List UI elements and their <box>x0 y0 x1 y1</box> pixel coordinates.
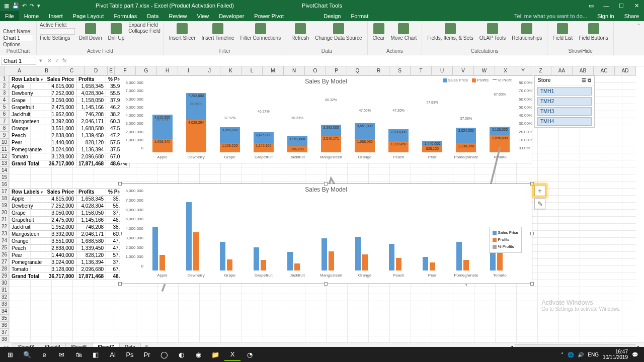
col-header-J[interactable]: J <box>199 66 220 75</box>
row-header-6[interactable]: 6 <box>0 111 9 118</box>
notifications-icon[interactable]: 💬 <box>632 352 638 357</box>
row-header-17[interactable]: 17 <box>0 188 9 195</box>
tray-up-icon[interactable]: ˄ <box>561 352 564 357</box>
table-row[interactable]: Grape3,050,0001,158,05037.97% <box>10 210 132 217</box>
col-header-AC[interactable]: AC <box>594 66 615 75</box>
table-row[interactable]: Mangosteen3,392,0002,046,17160.32% <box>10 118 130 125</box>
tab-format[interactable]: Format <box>346 11 373 21</box>
row-header-24[interactable]: 24 <box>0 237 9 244</box>
slicer-item-TMH2[interactable]: TMH2 <box>537 97 592 106</box>
tab-review[interactable]: Review <box>164 11 192 21</box>
pivot-header[interactable]: Row Labels <box>10 76 45 83</box>
tab-formulas[interactable]: Formulas <box>109 11 142 21</box>
chrome-icon[interactable]: ◉ <box>190 348 206 361</box>
row-header-32[interactable]: 32 <box>0 294 9 301</box>
chart-styles-button[interactable]: ✎ <box>534 198 545 209</box>
row-header-33[interactable]: 33 <box>0 301 9 308</box>
active-field-input[interactable] <box>40 28 75 35</box>
row-header-34[interactable]: 34 <box>0 308 9 315</box>
tab-developer[interactable]: Developer <box>214 11 249 21</box>
app-icon-2[interactable]: Ai <box>105 348 121 361</box>
pivot-header[interactable]: Sales Price <box>45 76 76 83</box>
olap-tools-button[interactable]: OLAP Tools <box>477 22 508 42</box>
row-header-3[interactable]: 3 <box>0 89 9 97</box>
app-icon-5[interactable]: ◯ <box>156 348 172 361</box>
col-header-E[interactable]: E <box>108 66 115 75</box>
table-row[interactable]: Grapefruit2,475,0001,145,16646.27% <box>10 104 130 111</box>
row-header-37[interactable]: 37 <box>0 329 9 336</box>
col-header-G[interactable]: G <box>136 66 157 75</box>
collapse-field[interactable]: Collapse Field <box>128 28 160 34</box>
slicer-item-TMH1[interactable]: TMH1 <box>537 87 592 96</box>
redo-icon[interactable]: ↷ <box>30 3 34 9</box>
close-icon[interactable]: ✕ <box>629 3 644 9</box>
col-header-F[interactable]: F <box>115 66 136 75</box>
edge-icon[interactable]: e <box>36 348 52 361</box>
enter-formula-icon[interactable]: ✓ <box>55 57 59 64</box>
slicer-multiselect-icon[interactable]: ☰ <box>582 77 586 83</box>
row-header-38[interactable]: 38 <box>0 336 9 342</box>
row-header-7[interactable]: 7 <box>0 118 9 125</box>
col-header-N[interactable]: N <box>284 66 305 75</box>
share[interactable]: Share <box>619 11 644 21</box>
row-header-11[interactable]: 11 <box>0 146 9 153</box>
col-header-AA[interactable]: AA <box>551 66 573 75</box>
table-row[interactable]: Apple4,615,0001,658,34535.93% <box>10 83 130 90</box>
row-header-4[interactable]: 4 <box>0 97 9 104</box>
grand-total-row[interactable]: Grand Total36,717,00017,871,46848.67% <box>10 273 132 280</box>
row-header-36[interactable]: 36 <box>0 322 9 329</box>
tray-network-icon[interactable]: 🌐 <box>568 352 574 357</box>
chart-name-input[interactable] <box>3 35 33 41</box>
row-header-13[interactable]: 13 <box>0 160 9 167</box>
col-header-B[interactable]: B <box>34 66 59 75</box>
chart-2[interactable]: Sales By Model 01,000,0002,000,0003,000,… <box>120 184 532 284</box>
clear-button[interactable]: Clear <box>371 22 387 42</box>
minimize-icon[interactable]: — <box>599 3 614 9</box>
col-header-Z[interactable]: Z <box>530 66 551 75</box>
insert-timeline-button[interactable]: Insert Timeline <box>200 22 236 42</box>
start-button[interactable]: ⊞ <box>2 348 18 361</box>
save-icon[interactable]: 💾 <box>12 3 19 9</box>
col-header-D[interactable]: D <box>85 66 108 75</box>
row-header-35[interactable]: 35 <box>0 315 9 322</box>
row-header-8[interactable]: 8 <box>0 125 9 132</box>
col-header-U[interactable]: U <box>432 66 453 75</box>
col-header-C[interactable]: C <box>59 66 85 75</box>
row-header-9[interactable]: 9 <box>0 132 9 139</box>
col-header-H[interactable]: H <box>157 66 178 75</box>
app-icon-6[interactable]: ◐ <box>173 348 189 361</box>
ribbon-options-icon[interactable]: ▭ <box>584 3 599 9</box>
table-row[interactable]: Orange3,551,0001,688,58047.55% <box>10 125 130 132</box>
table-row[interactable]: Jackfruit1,952,000746,20838.23% <box>10 111 130 118</box>
row-header-27[interactable]: 27 <box>0 258 9 265</box>
col-header-S[interactable]: S <box>389 66 411 75</box>
col-header-W[interactable]: W <box>474 66 495 75</box>
col-header-Q[interactable]: Q <box>347 66 368 75</box>
slicer-item-TMH3[interactable]: TMH3 <box>537 107 592 116</box>
fields-items-sets-button[interactable]: Fields, Items, & Sets <box>425 22 475 42</box>
col-header-R[interactable]: R <box>368 66 389 75</box>
col-header-V[interactable]: V <box>453 66 474 75</box>
col-header-L[interactable]: L <box>242 66 263 75</box>
pivot-table-1[interactable]: Row LabelsSales PriceProfits% ProfitAppl… <box>9 75 130 167</box>
app-icon-1[interactable]: ◧ <box>88 348 104 361</box>
col-header-Y[interactable]: Y <box>516 66 530 75</box>
table-row[interactable]: Pear1,440,000828,12057.51% <box>10 139 130 146</box>
slicer-clear-icon[interactable]: ⧉ <box>588 77 591 83</box>
mail-icon[interactable]: ✉ <box>53 348 69 361</box>
move-chart-button[interactable]: Move Chart <box>388 22 419 42</box>
refresh-button[interactable]: Refresh <box>289 22 311 42</box>
select-all-corner[interactable] <box>0 66 5 75</box>
field-buttons-button[interactable]: Field Buttons <box>577 22 610 42</box>
table-row[interactable]: Grapefruit2,475,0001,145,16646.27% <box>10 217 132 224</box>
col-header-I[interactable]: I <box>178 66 199 75</box>
expand-field[interactable]: Expand Field <box>128 22 160 28</box>
field-settings[interactable]: Field Settings <box>40 35 75 41</box>
explorer-icon[interactable]: 📁 <box>207 348 223 361</box>
pivot-header[interactable]: Sales Price <box>45 189 76 196</box>
app-icon-4[interactable]: Pr <box>139 348 155 361</box>
pivot-header[interactable]: Profits <box>76 189 106 196</box>
row-header-28[interactable]: 28 <box>0 265 9 273</box>
row-header-21[interactable]: 21 <box>0 216 9 223</box>
table-row[interactable]: Dewberry7,252,0004,028,30455.55% <box>10 90 130 97</box>
